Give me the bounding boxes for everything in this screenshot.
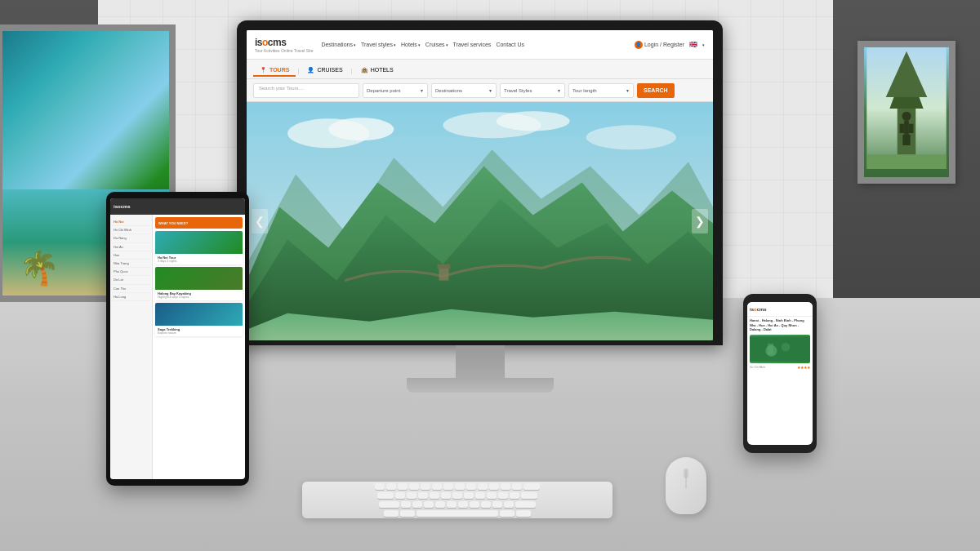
nav-right: 👤 Login / Register 🇬🇧 ▾ xyxy=(635,41,705,49)
key xyxy=(412,501,422,508)
mouse-divider xyxy=(686,472,687,489)
sidebar-item-hue[interactable]: Hue xyxy=(112,251,150,260)
key xyxy=(504,501,514,508)
mouse-body xyxy=(666,457,706,514)
key xyxy=(501,483,510,490)
photo-frame-inner xyxy=(864,47,949,177)
tab-tours[interactable]: 📍 TOURS xyxy=(253,65,296,77)
framed-photo xyxy=(858,41,956,184)
sidebar-item-dalat[interactable]: Da Lat xyxy=(112,276,150,284)
sidebar-item-hoian[interactable]: Hoi An xyxy=(112,243,150,251)
nav-item-travel-styles[interactable]: Travel styles ▾ xyxy=(361,42,396,47)
photo-frame xyxy=(858,41,956,184)
chevron-left-icon: ❮ xyxy=(255,215,265,228)
photo-content xyxy=(864,47,949,177)
tablet-main: WHAT YOU NEED? Ha Noi Tour 3 days 2 nigh… xyxy=(153,215,245,479)
key xyxy=(443,483,453,490)
pin-icon: 📍 xyxy=(260,67,267,73)
tour-length-select[interactable]: Tour length ▼ xyxy=(568,83,634,98)
key xyxy=(441,492,451,499)
sidebar-item-danang[interactable]: Da Nang xyxy=(112,234,150,242)
svg-point-15 xyxy=(782,343,791,352)
tablet-card-3[interactable]: Sapa Trekking Explore nature xyxy=(155,303,243,336)
phone-tour-title: Hanoi - Halong - Ninh Binh - Phong Nha -… xyxy=(750,318,810,332)
svg-rect-22 xyxy=(904,121,909,135)
tablet-search-label: WHAT YOU NEED? xyxy=(158,221,188,225)
keyboard-body xyxy=(302,482,612,518)
tablet-search-bar[interactable]: WHAT YOU NEED? xyxy=(155,217,243,229)
hotel-icon: 🏨 xyxy=(361,67,368,73)
key-row-3 xyxy=(314,501,602,508)
tablet-card-info-2: Halong Bay Kayaking Highlight 4 days 3 n… xyxy=(155,290,243,300)
chevron-down-icon: ▾ xyxy=(394,42,396,47)
nav-item-contact[interactable]: Contact Us xyxy=(496,42,524,47)
tour-length-label: Tour length xyxy=(572,88,597,93)
hero-image xyxy=(247,102,713,340)
chevron-right-icon: ❯ xyxy=(695,215,705,228)
chevron-down-icon: ▼ xyxy=(557,88,561,93)
website-nav: isocms Tour Activities Online Travel Sit… xyxy=(247,30,713,60)
key xyxy=(470,501,479,508)
slider-next-button[interactable]: ❯ xyxy=(692,209,708,233)
svg-rect-26 xyxy=(906,135,911,145)
key xyxy=(512,483,522,490)
key xyxy=(375,483,385,490)
tab-hotels[interactable]: 🏨 HOTELS xyxy=(354,65,400,77)
svg-rect-23 xyxy=(900,124,905,133)
login-label: Login / Register xyxy=(644,42,684,47)
nav-item-cruises[interactable]: Cruises ▾ xyxy=(425,42,448,47)
key xyxy=(452,492,462,499)
tablet-card-info-1: Ha Noi Tour 3 days 2 nights xyxy=(155,254,243,264)
key-row-4 xyxy=(314,510,602,517)
tablet-card-2[interactable]: Halong Bay Kayaking Highlight 4 days 3 n… xyxy=(155,267,243,300)
key xyxy=(492,501,502,508)
logo: isocms Tour Activities Online Travel Sit… xyxy=(255,37,313,53)
sidebar-item-nhatrang[interactable]: Nha Trang xyxy=(112,260,150,268)
tab-tours-label: TOURS xyxy=(270,67,289,73)
key xyxy=(481,501,491,508)
svg-rect-27 xyxy=(866,154,946,169)
destinations-select[interactable]: Destinations ▼ xyxy=(431,83,497,98)
sidebar-item-phuquoc[interactable]: Phu Quoc xyxy=(112,268,150,276)
travel-styles-select[interactable]: Travel Styles ▼ xyxy=(500,83,565,98)
nav-item-travel-services[interactable]: Travel services xyxy=(453,42,492,47)
monitor-screen: isocms Tour Activities Online Travel Sit… xyxy=(247,30,713,340)
nav-item-hotels[interactable]: Hotels ▾ xyxy=(401,42,421,47)
key xyxy=(475,492,485,499)
svg-rect-25 xyxy=(902,135,906,145)
nav-label-travel-styles: Travel styles xyxy=(361,42,393,47)
departure-select[interactable]: Departure point ▼ xyxy=(363,83,428,98)
nav-label-hotels: Hotels xyxy=(401,42,417,47)
key xyxy=(455,483,465,490)
sidebar-item-halong[interactable]: Ha Long xyxy=(112,293,150,301)
space-key xyxy=(416,510,498,517)
sidebar-item-cantho[interactable]: Can Tho xyxy=(112,285,150,293)
tablet-sidebar: Ha Noi Ho Chi Minh Da Nang Hoi An Hue Nh… xyxy=(110,215,153,479)
key xyxy=(466,483,476,490)
nav-item-destinations[interactable]: Destinations ▾ xyxy=(321,42,356,47)
nav-items: Destinations ▾ Travel styles ▾ Hotels ▾ xyxy=(321,42,635,47)
phone-rating: ★★★★ xyxy=(797,365,810,370)
sidebar-item-hcm[interactable]: Ho Chi Minh xyxy=(112,226,150,234)
sidebar-item-hanoi[interactable]: Ha Noi xyxy=(112,218,150,226)
nav-label-contact: Contact Us xyxy=(496,42,524,47)
svg-rect-12 xyxy=(247,102,713,340)
search-button[interactable]: SEARCH xyxy=(637,83,675,98)
phone-card-image xyxy=(750,335,810,363)
slider-prev-button[interactable]: ❮ xyxy=(252,209,268,233)
key-row-2 xyxy=(314,492,602,499)
language-flag[interactable]: 🇬🇧 xyxy=(689,41,697,48)
keyboard xyxy=(302,482,612,518)
key xyxy=(510,492,519,499)
chevron-down-icon: ▾ xyxy=(354,42,356,47)
key xyxy=(447,501,457,508)
logo-text: isocms xyxy=(255,37,313,48)
tablet-card-1[interactable]: Ha Noi Tour 3 days 2 nights xyxy=(155,231,243,264)
tab-cruises[interactable]: 👤 CRUISES xyxy=(301,65,349,77)
person-icon: 👤 xyxy=(307,67,314,73)
login-button[interactable]: 👤 Login / Register xyxy=(635,41,684,49)
nav-label-cruises: Cruises xyxy=(425,42,445,47)
tab-hotels-label: HOTELS xyxy=(371,67,394,73)
search-bar: Search your Tours.... Departure point ▼ … xyxy=(247,79,713,102)
search-input[interactable]: Search your Tours.... xyxy=(253,83,359,98)
